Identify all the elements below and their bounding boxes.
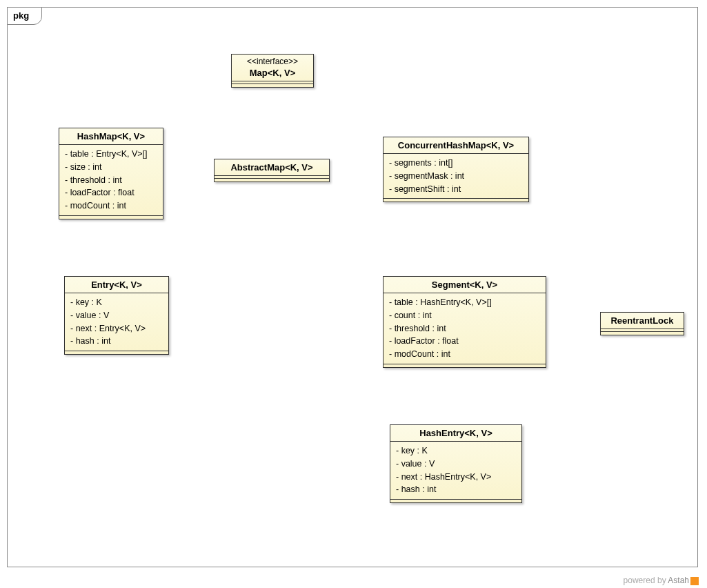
attr: - threshold : int [65,174,157,187]
attr: - count : int [389,309,540,322]
abstractmap-title: AbstractMap<K, V> [215,159,329,176]
diagram-canvas: pkg <<interface>> Map<K, V> AbstractMap<… [0,0,707,588]
abstractmap-ops [215,179,329,182]
attr: - segmentMask : int [389,170,523,183]
segment-title: Segment<K, V> [384,277,546,293]
concurrenthashmap-ops [384,199,528,202]
attr: - value : V [70,309,163,322]
class-entry[interactable]: Entry<K, V> - key : K - value : V - next… [64,276,169,355]
attr: - segmentShift : int [389,183,523,196]
attr: - hash : int [396,483,516,496]
watermark-brand: Astah [668,576,689,585]
reentrantlock-title: ReentrantLock [601,313,684,329]
watermark-prefix: powered by [624,576,668,585]
attr: - key : K [70,296,163,309]
attr: - loadFactor : float [389,335,540,348]
attr: - size : int [65,161,157,174]
class-abstractmap[interactable]: AbstractMap<K, V> [214,159,330,182]
attr: - value : V [396,458,516,471]
watermark: powered by Astah [624,576,699,585]
attr: - loadFactor : float [65,186,157,199]
class-concurrenthashmap[interactable]: ConcurrentHashMap<K, V> - segments : int… [383,137,529,202]
segment-ops [384,364,546,367]
class-hashmap[interactable]: HashMap<K, V> - table : Entry<K, V>[] - … [59,128,163,219]
class-hashentry[interactable]: HashEntry<K, V> - key : K - value : V - … [390,424,522,503]
attr: - hash : int [70,335,163,348]
hashentry-ops [390,500,521,502]
class-map[interactable]: <<interface>> Map<K, V> [231,54,314,88]
attr: - table : Entry<K, V>[] [65,148,157,161]
segment-attrs: - table : HashEntry<K, V>[] - count : in… [384,293,546,364]
map-title: Map<K, V> [232,65,313,81]
attr: - modCount : int [389,348,540,361]
attr: - next : Entry<K, V> [70,322,163,335]
class-reentrantlock[interactable]: ReentrantLock [600,312,684,335]
attr: - table : HashEntry<K, V>[] [389,296,540,309]
attr: - key : K [396,444,516,458]
hashmap-title: HashMap<K, V> [59,128,163,145]
entry-attrs: - key : K - value : V - next : Entry<K, … [65,293,168,351]
hashmap-ops [59,216,163,219]
attr: - next : HashEntry<K, V> [396,471,516,484]
package-label: pkg [7,7,42,25]
class-segment[interactable]: Segment<K, V> - table : HashEntry<K, V>[… [383,276,546,368]
attr: - segments : int[] [389,157,523,170]
map-ops [232,84,313,87]
entry-title: Entry<K, V> [65,277,168,293]
astah-icon [690,577,699,585]
hashentry-attrs: - key : K - value : V - next : HashEntry… [390,442,521,500]
concurrenthashmap-attrs: - segments : int[] - segmentMask : int -… [384,154,528,199]
attr: - modCount : int [65,199,157,213]
entry-ops [65,351,168,354]
hashentry-title: HashEntry<K, V> [390,425,521,442]
attr: - threshold : int [389,322,540,335]
reentrantlock-ops [601,332,684,335]
concurrenthashmap-title: ConcurrentHashMap<K, V> [384,137,528,154]
hashmap-attrs: - table : Entry<K, V>[] - size : int - t… [59,145,163,216]
